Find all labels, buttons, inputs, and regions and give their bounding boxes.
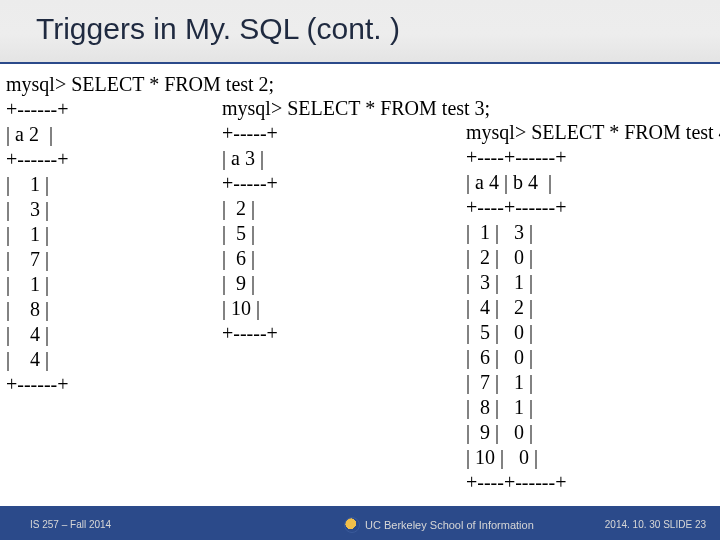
sql-output-test3: mysql> SELECT * FROM test 3; +-----+ | a…: [222, 96, 490, 346]
footer-brand: UC Berkeley School of Information: [345, 518, 534, 532]
slide-title: Triggers in My. SQL (cont. ): [36, 12, 400, 46]
footer-brand-text: UC Berkeley School of Information: [365, 519, 534, 531]
slide: Triggers in My. SQL (cont. ) mysql> SELE…: [0, 0, 720, 540]
school-logo-icon: [345, 518, 359, 532]
footer-bar: IS 257 – Fall 2014 UC Berkeley School of…: [0, 506, 720, 540]
content-area: mysql> SELECT * FROM test 2; +------+ | …: [6, 72, 714, 490]
sql-output-test4: mysql> SELECT * FROM test 4; +----+-----…: [466, 120, 720, 495]
footer-left: IS 257 – Fall 2014: [30, 519, 111, 530]
footer-right: 2014. 10. 30 SLIDE 23: [605, 519, 706, 530]
topbar-line: [0, 62, 720, 64]
